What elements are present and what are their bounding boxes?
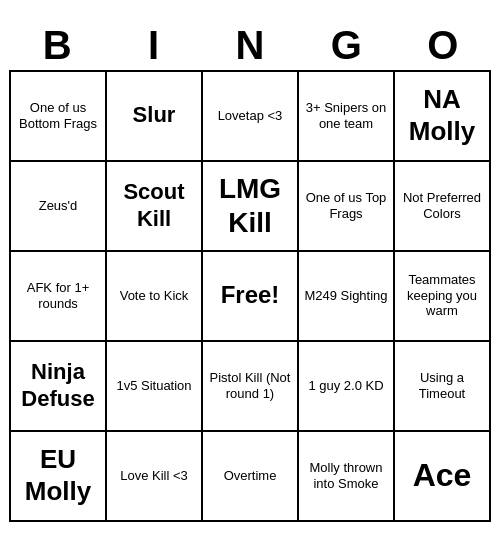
bingo-cell: NA Molly <box>395 72 491 162</box>
title-letter: O <box>398 23 488 68</box>
bingo-cell: 3+ Snipers on one team <box>299 72 395 162</box>
bingo-cell: Overtime <box>203 432 299 522</box>
title-letter: I <box>109 23 199 68</box>
bingo-cell: EU Molly <box>11 432 107 522</box>
bingo-cell: 1 guy 2.0 KD <box>299 342 395 432</box>
bingo-title: BINGO <box>9 23 491 68</box>
bingo-cell: Scout Kill <box>107 162 203 252</box>
title-letter: B <box>12 23 102 68</box>
bingo-cell: Love Kill <3 <box>107 432 203 522</box>
title-letter: G <box>301 23 391 68</box>
bingo-cell: One of us Bottom Frags <box>11 72 107 162</box>
bingo-cell: Vote to Kick <box>107 252 203 342</box>
bingo-cell: Pistol Kill (Not round 1) <box>203 342 299 432</box>
title-letter: N <box>205 23 295 68</box>
bingo-cell: Not Preferred Colors <box>395 162 491 252</box>
bingo-cell: AFK for 1+ rounds <box>11 252 107 342</box>
bingo-cell: Teammates keeping you warm <box>395 252 491 342</box>
bingo-cell: M249 Sighting <box>299 252 395 342</box>
bingo-cell: Using a Timeout <box>395 342 491 432</box>
bingo-grid: One of us Bottom FragsSlurLovetap <33+ S… <box>9 70 491 522</box>
bingo-cell: Slur <box>107 72 203 162</box>
bingo-cell: Free! <box>203 252 299 342</box>
bingo-cell: Zeus'd <box>11 162 107 252</box>
bingo-cell: 1v5 Situation <box>107 342 203 432</box>
bingo-cell: Ace <box>395 432 491 522</box>
bingo-cell: Ninja Defuse <box>11 342 107 432</box>
bingo-card: BINGO One of us Bottom FragsSlurLovetap … <box>5 19 495 526</box>
bingo-cell: Molly thrown into Smoke <box>299 432 395 522</box>
bingo-cell: Lovetap <3 <box>203 72 299 162</box>
bingo-cell: LMG Kill <box>203 162 299 252</box>
bingo-cell: One of us Top Frags <box>299 162 395 252</box>
